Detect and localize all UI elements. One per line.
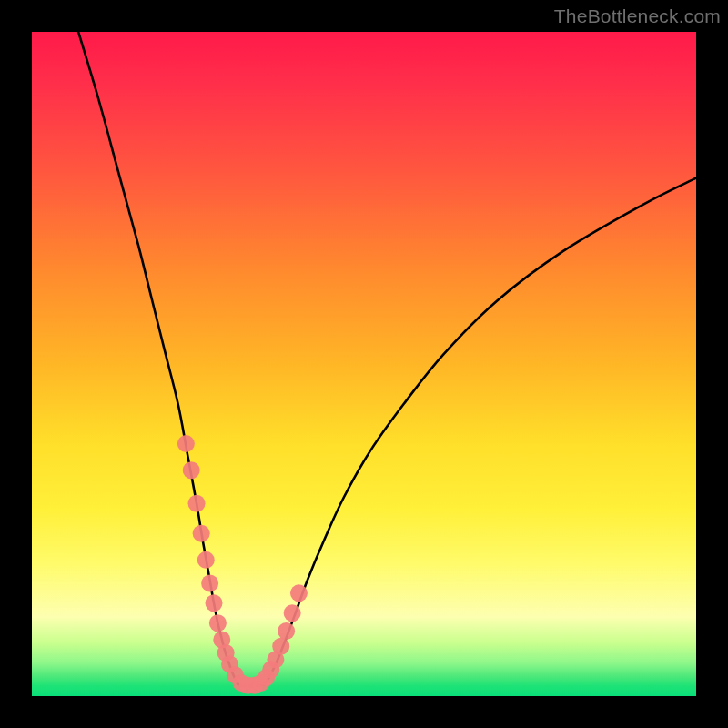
series-right-curve — [265, 178, 697, 684]
highlight-dot — [278, 622, 295, 640]
curve-layer — [78, 32, 696, 686]
plot-area — [32, 32, 696, 696]
highlight-dot — [177, 435, 195, 452]
highlight-dot — [188, 495, 206, 512]
highlight-dot — [201, 574, 218, 592]
highlight-dot — [197, 551, 215, 569]
highlight-dot — [272, 638, 289, 655]
highlight-dot — [206, 594, 223, 612]
dot-layer — [177, 435, 308, 694]
highlight-dot — [284, 604, 301, 622]
highlight-dot — [290, 584, 308, 602]
chart-svg — [32, 32, 696, 696]
chart-frame: TheBottleneck.com — [0, 0, 728, 728]
highlight-dot — [209, 614, 227, 632]
watermark-text: TheBottleneck.com — [554, 5, 721, 27]
highlight-dot — [183, 461, 200, 479]
highlight-dot — [193, 525, 210, 542]
